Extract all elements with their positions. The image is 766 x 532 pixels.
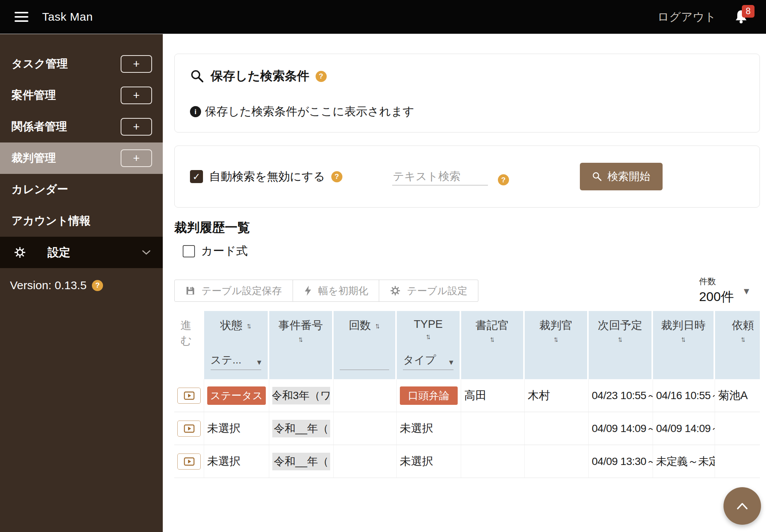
chevron-down-icon — [141, 249, 151, 256]
header-label: 裁判日時 — [661, 318, 705, 333]
card-style-toggle[interactable]: カード式 — [183, 243, 766, 259]
count-value: 200件 — [699, 288, 734, 306]
case-number-chip[interactable]: 令和__年（ — [272, 420, 330, 437]
type-filter-select[interactable]: タイプ ▾ — [403, 353, 453, 370]
sort-icon: ↑↓ — [246, 321, 252, 330]
count-cell — [334, 379, 397, 412]
sidebar-item-task-management[interactable]: タスク管理 + — [0, 48, 163, 80]
column-header-status[interactable]: 状態 ↑↓ ステ... ▾ — [204, 311, 269, 379]
case-number-chip[interactable]: 令和__年（ — [272, 453, 330, 470]
count-cell — [334, 412, 397, 445]
save-table-settings-label: テーブル設定保存 — [201, 284, 282, 298]
next-schedule-cell: 04/09 14:09～ — [589, 412, 653, 445]
menu-icon[interactable] — [15, 9, 28, 25]
sidebar-item-trial-management[interactable]: 裁判管理 + — [0, 142, 163, 174]
card-style-label: カード式 — [201, 243, 247, 259]
scroll-to-top-button[interactable] — [723, 487, 761, 525]
column-header-judge[interactable]: 裁判官 ↑↓ — [525, 311, 589, 379]
sort-icon: ↑↓ — [740, 335, 746, 344]
help-icon[interactable]: ? — [498, 174, 509, 185]
header-label: 回数 — [349, 318, 371, 333]
type-cell[interactable]: 未選択 — [397, 412, 461, 445]
checkbox-checked-icon[interactable]: ✓ — [190, 170, 203, 183]
result-count-select[interactable]: 件数 200件 ▾ — [699, 276, 760, 306]
sort-icon: ↑↓ — [298, 335, 303, 344]
column-header-next-schedule[interactable]: 次回予定 ↑↓ — [589, 311, 653, 379]
play-icon — [184, 391, 195, 400]
column-header-client[interactable]: 依頼 ↑↓ — [715, 311, 760, 379]
checkbox-unchecked-icon[interactable] — [183, 245, 195, 257]
count-cell — [334, 445, 397, 478]
client-cell — [715, 412, 760, 445]
reset-width-button[interactable]: 幅を初期化 — [293, 280, 380, 302]
save-table-settings-button[interactable]: テーブル設定保存 — [174, 280, 293, 302]
topbar-right: ログアウト 8 — [657, 8, 749, 26]
sidebar-item-calendar[interactable]: カレンダー — [0, 174, 163, 205]
search-card: ✓ 自動検索を無効にする ? ? 検索開始 — [174, 146, 760, 208]
next-schedule-cell: 04/23 10:55～ — [589, 379, 653, 412]
text-search-input[interactable] — [392, 168, 488, 185]
add-trial-button[interactable]: + — [121, 149, 152, 167]
help-icon[interactable]: ? — [316, 71, 327, 82]
client-cell: 菊池A — [715, 379, 760, 412]
header-label: TYPE — [414, 318, 443, 331]
column-header-case-number[interactable]: 事件番号 ↑↓ — [269, 311, 334, 379]
search-start-button[interactable]: 検索開始 — [580, 163, 663, 190]
sidebar-item-parties-management[interactable]: 関係者管理 + — [0, 111, 163, 142]
trial-datetime-cell: 04/16 10:55～ — [653, 379, 715, 412]
sidebar-item-label: アカウント情報 — [11, 213, 90, 229]
play-icon — [184, 457, 195, 466]
add-case-button[interactable]: + — [121, 87, 152, 104]
clerk-cell — [461, 412, 525, 445]
header-label: 裁判官 — [539, 318, 573, 333]
status-button[interactable]: ステータス — [207, 386, 266, 405]
help-icon[interactable]: ? — [331, 171, 342, 182]
settings-label: 設定 — [47, 245, 70, 260]
case-number-cell: 令和__年（ — [269, 412, 334, 445]
header-label: 状態 — [220, 318, 242, 333]
type-button[interactable]: 口頭弁論 — [400, 386, 458, 405]
header-label: 事件番号 — [278, 318, 323, 333]
clerk-cell: 高田 — [461, 379, 525, 412]
notifications-button[interactable]: 8 — [734, 8, 749, 26]
status-cell[interactable]: 未選択 — [204, 445, 269, 478]
table-settings-button[interactable]: テーブル設定 — [379, 280, 478, 302]
status-cell[interactable]: 未選択 — [204, 412, 269, 445]
version-label: Version: 0.13.5 — [10, 279, 87, 292]
count-label: 件数 — [699, 276, 716, 287]
add-party-button[interactable]: + — [121, 118, 152, 136]
status-filter-select[interactable]: ステ... ▾ — [211, 353, 262, 370]
gear-icon — [14, 246, 26, 259]
lightning-icon — [304, 285, 312, 296]
sidebar-item-settings[interactable]: 設定 — [0, 237, 163, 268]
open-row-button[interactable] — [177, 453, 201, 470]
sidebar-item-account-info[interactable]: アカウント情報 — [0, 205, 163, 237]
header-label: 次回予定 — [598, 318, 642, 333]
column-header-count[interactable]: 回数 ↑↓ — [334, 311, 397, 379]
trial-datetime-cell: 未定義～未定 — [653, 445, 715, 478]
judge-cell: 木村 — [525, 379, 589, 412]
case-number-chip[interactable]: 令和3年（ワ — [272, 387, 330, 404]
column-header-trial-datetime[interactable]: 裁判日時 ↑↓ — [653, 311, 715, 379]
sidebar-item-label: カレンダー — [11, 182, 68, 197]
header-label: 進む — [180, 318, 203, 349]
chevron-up-icon — [735, 501, 750, 511]
logout-button[interactable]: ログアウト — [657, 9, 716, 25]
header-label: 書記官 — [476, 318, 509, 333]
status-filter-value: ステ... — [211, 353, 242, 367]
type-cell[interactable]: 未選択 — [397, 445, 461, 478]
client-cell — [715, 445, 760, 478]
caret-down-icon: ▾ — [257, 357, 261, 367]
disable-auto-search-toggle[interactable]: ✓ 自動検索を無効にする ? — [190, 169, 342, 185]
column-header-type[interactable]: TYPE ↑↓ タイプ ▾ — [397, 311, 461, 379]
add-task-button[interactable]: + — [121, 55, 152, 73]
disable-auto-search-label: 自動検索を無効にする — [209, 169, 325, 185]
search-icon — [592, 172, 602, 182]
count-filter-input[interactable] — [340, 353, 389, 370]
sidebar-item-case-management[interactable]: 案件管理 + — [0, 80, 163, 111]
sidebar-item-label: タスク管理 — [11, 56, 68, 72]
help-icon[interactable]: ? — [92, 280, 103, 291]
open-row-button[interactable] — [177, 421, 201, 437]
column-header-clerk[interactable]: 書記官 ↑↓ — [461, 311, 525, 379]
open-row-button[interactable] — [177, 388, 201, 404]
